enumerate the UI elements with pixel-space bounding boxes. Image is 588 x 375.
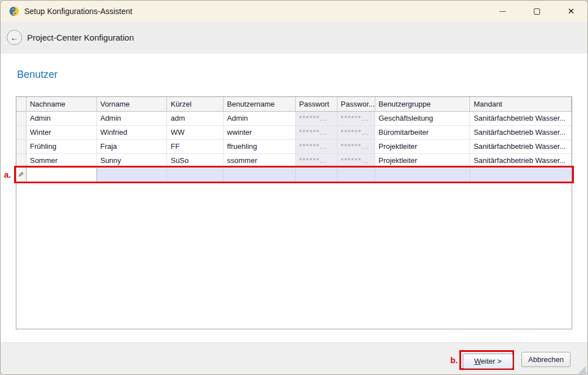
cell-benutzername[interactable]: ssommer: [223, 154, 296, 168]
back-arrow-icon: ←: [10, 33, 19, 42]
titlebar: Setup Konfigurations-Assistent ✕: [1, 1, 587, 22]
back-button[interactable]: ←: [7, 30, 22, 45]
row-indicator: [16, 154, 27, 168]
cell-mandant[interactable]: Sanitärfachbetrieb Wasser...: [470, 140, 572, 154]
resize-grip[interactable]: [578, 366, 586, 374]
users-table-header: NachnameVornameKürzelBenutzernamePasswor…: [16, 97, 572, 112]
table-row: SommerSunnySuSossommer******...******...…: [16, 154, 572, 168]
maximize-button[interactable]: [524, 1, 550, 22]
column-header-vorname[interactable]: Vorname: [97, 97, 168, 112]
cell-kuerzel[interactable]: SuSo: [167, 154, 223, 168]
column-header-passwort[interactable]: Passwort: [296, 97, 337, 112]
cell-mandant[interactable]: Sanitärfachbetrieb Wasser...: [470, 126, 572, 140]
window-title: Setup Konfigurations-Assistent: [24, 1, 132, 22]
weiter-accelerator: W: [474, 357, 481, 365]
cell-passwort2[interactable]: ******...: [337, 154, 375, 168]
pencil-edit-icon: ✎: [18, 168, 24, 182]
content-area: Benutzer NachnameVornameKürzelBenutzerna…: [1, 54, 587, 342]
cell-benutzername[interactable]: ffruehling: [223, 140, 296, 154]
row-indicator: [16, 112, 27, 126]
abbrechen-button[interactable]: Abbrechen: [521, 352, 571, 367]
column-header-benutzername[interactable]: Benutzername: [223, 97, 296, 112]
column-header-mandant[interactable]: Mandant: [470, 97, 572, 112]
cell-kuerzel[interactable]: adm: [167, 112, 223, 126]
cell-passwort2[interactable]: ******...: [337, 112, 375, 126]
table-new-row: ✎: [16, 168, 572, 182]
cell-benutzergruppe[interactable]: Büromitarbeiter: [375, 126, 471, 140]
cell-passwort2[interactable]: ******...: [337, 140, 375, 154]
footer-bar: b. Weiter > Abbrechen: [1, 342, 587, 375]
cell-passwort[interactable]: [296, 168, 337, 182]
cell-mandant[interactable]: Sanitärfachbetrieb Wasser...: [470, 112, 572, 126]
cell-benutzergruppe[interactable]: Geschäftsleitung: [375, 112, 471, 126]
users-table: NachnameVornameKürzelBenutzernamePasswor…: [16, 96, 572, 329]
cell-vorname[interactable]: Sunny: [97, 154, 168, 168]
wizard-step-title: Project-Center Konfiguration: [27, 22, 134, 54]
cell-nachname[interactable]: Winter: [27, 126, 97, 140]
cell-benutzergruppe[interactable]: Projektleiter: [375, 140, 471, 154]
cell-passwort2[interactable]: ******...: [337, 126, 375, 140]
column-header-passwort2[interactable]: Passwor...: [337, 97, 375, 112]
close-icon: ✕: [568, 6, 575, 16]
app-logo-icon: [8, 6, 20, 17]
cell-vorname[interactable]: [97, 168, 168, 182]
weiter-button[interactable]: Weiter >: [463, 354, 513, 369]
setup-wizard-window: Setup Konfigurations-Assistent ✕ ← Proje…: [0, 0, 588, 375]
cell-benutzername[interactable]: wwinter: [223, 126, 296, 140]
minimize-icon: [499, 11, 506, 12]
row-indicator: [16, 126, 27, 140]
cell-nachname[interactable]: Admin: [27, 112, 97, 126]
cell-benutzergruppe[interactable]: Projektleiter: [375, 154, 471, 168]
column-header-nachname[interactable]: Nachname: [27, 97, 97, 112]
cell-passwort[interactable]: ******...: [296, 140, 337, 154]
table-row: FrühlingFrajaFFffruehling******...******…: [16, 140, 572, 154]
cell-vorname[interactable]: Admin: [97, 112, 168, 126]
row-indicator: [16, 140, 27, 154]
cell-mandant[interactable]: [470, 168, 572, 182]
weiter-label-rest: eiter >: [481, 357, 502, 365]
minimize-button[interactable]: [489, 1, 515, 22]
cell-mandant[interactable]: Sanitärfachbetrieb Wasser...: [470, 154, 572, 168]
column-header-benutzergruppe[interactable]: Benutzergruppe: [375, 97, 471, 112]
maximize-icon: [534, 8, 540, 15]
cell-passwort[interactable]: ******...: [296, 126, 337, 140]
annotation-label-a: a.: [4, 170, 11, 179]
page-title: Benutzer: [17, 69, 58, 81]
table-row: AdminAdminadmAdmin******...******...Gesc…: [16, 112, 572, 126]
cell-passwort[interactable]: ******...: [296, 112, 337, 126]
cell-vorname[interactable]: Fraja: [97, 140, 168, 154]
annotation-label-b: b.: [450, 355, 458, 365]
wizard-header: ← Project-Center Konfiguration: [1, 22, 587, 54]
cell-benutzername[interactable]: Admin: [223, 112, 296, 126]
cell-nachname[interactable]: Sommer: [27, 154, 97, 168]
cell-benutzergruppe[interactable]: [375, 168, 471, 182]
cell-passwort2[interactable]: [337, 168, 375, 182]
users-table-body: AdminAdminadmAdmin******...******...Gesc…: [16, 112, 572, 182]
column-header-indicator[interactable]: [16, 97, 27, 112]
table-row: WinterWinfriedWWwwinter******...******..…: [16, 126, 572, 140]
cell-nachname[interactable]: [27, 168, 97, 182]
row-edit-indicator: ✎: [16, 168, 27, 182]
cell-nachname[interactable]: Frühling: [27, 140, 97, 154]
cell-benutzername[interactable]: [223, 168, 296, 182]
annotation-box-b: Weiter >: [459, 350, 514, 370]
close-button[interactable]: ✕: [558, 1, 584, 22]
cell-vorname[interactable]: Winfried: [97, 126, 168, 140]
cell-kuerzel[interactable]: [167, 168, 223, 182]
column-header-kuerzel[interactable]: Kürzel: [167, 97, 223, 112]
cell-kuerzel[interactable]: FF: [167, 140, 223, 154]
cell-passwort[interactable]: ******...: [296, 154, 337, 168]
cell-kuerzel[interactable]: WW: [167, 126, 223, 140]
